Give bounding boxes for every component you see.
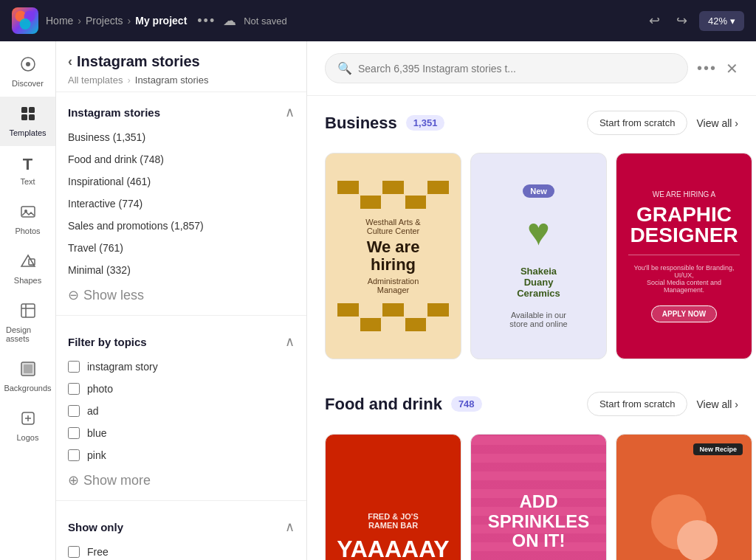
- show-only-free[interactable]: Free: [68, 541, 295, 560]
- nav-shapes[interactable]: Shapes: [0, 244, 55, 294]
- show-only-section-title: Show only: [68, 521, 123, 533]
- templates-label: Templates: [9, 128, 46, 137]
- svg-rect-5: [21, 107, 27, 113]
- zoom-level: 42%: [708, 15, 727, 27]
- breadcrumb-home[interactable]: Home: [46, 15, 73, 27]
- save-status: Not saved: [244, 15, 287, 27]
- backgrounds-label: Backgrounds: [4, 384, 51, 393]
- breadcrumb-current: My project: [135, 15, 187, 27]
- topic-photo-checkbox[interactable]: [68, 383, 80, 395]
- svg-rect-7: [21, 114, 27, 120]
- template-card-sprinkles[interactable]: ADDSPRINKLESON IT! THIS WEEKEND: BUY ONE…: [470, 434, 607, 560]
- category-travel[interactable]: Travel (761): [68, 237, 295, 259]
- categories-list: Business (1,351) Food and drink (748) In…: [56, 126, 306, 281]
- category-inspirational[interactable]: Inspirational (461): [68, 170, 295, 193]
- topic-instagram-story-checkbox[interactable]: [68, 361, 80, 373]
- category-interactive[interactable]: Interactive (774): [68, 193, 295, 215]
- business-view-all-button[interactable]: View all ›: [696, 117, 738, 129]
- breadcrumb-sub: All templates › Instagram stories: [68, 75, 295, 86]
- food-start-scratch-button[interactable]: Start from scratch: [587, 392, 688, 416]
- topics-list: instagram story photo ad blue pink: [56, 356, 306, 466]
- template-card-ceramics[interactable]: New ♥ ShakeiaDuanyCeramics Available in …: [470, 153, 607, 359]
- search-icon: 🔍: [337, 61, 352, 75]
- template-card-josh[interactable]: New Recipe Josh Will Cook: [616, 434, 752, 560]
- show-only-free-checkbox[interactable]: [68, 546, 80, 558]
- topic-blue-label: blue: [87, 427, 106, 439]
- search-box: 🔍: [325, 53, 688, 83]
- undo-button[interactable]: ↩: [645, 10, 664, 32]
- topic-pink-label: pink: [87, 449, 106, 461]
- template-card-designer[interactable]: WE ARE HIRING A GRAPHICDESIGNER You'll b…: [616, 153, 752, 359]
- shapes-label: Shapes: [14, 276, 41, 285]
- app-logo[interactable]: [12, 7, 38, 34]
- svg-rect-9: [21, 207, 35, 217]
- topbar: Home › Projects › My project ••• ☁ Not s…: [0, 0, 756, 41]
- category-minimal[interactable]: Minimal (332): [68, 259, 295, 281]
- topic-photo[interactable]: photo: [68, 378, 295, 400]
- nav-templates[interactable]: Templates: [0, 97, 55, 146]
- food-view-all-button[interactable]: View all ›: [696, 398, 738, 410]
- show-less-label: Show less: [83, 288, 144, 303]
- topic-ad-label: ad: [87, 405, 99, 417]
- show-less-button[interactable]: ⊖ Show less: [56, 281, 156, 309]
- category-food[interactable]: Food and drink (748): [68, 148, 295, 170]
- breadcrumb-sep1: ›: [78, 15, 81, 27]
- topic-pink-checkbox[interactable]: [68, 449, 80, 461]
- shapes-icon: [20, 253, 36, 273]
- breadcrumb-sub-current: Instagram stories: [135, 75, 209, 86]
- backgrounds-icon: [20, 361, 36, 381]
- nav-backgrounds[interactable]: Backgrounds: [0, 352, 55, 401]
- cloud-icon: ☁: [223, 13, 236, 29]
- breadcrumb-sep2: ›: [128, 15, 131, 27]
- nav-text[interactable]: T Text: [0, 146, 55, 195]
- svg-rect-8: [29, 114, 35, 120]
- categories-toggle-button[interactable]: ∧: [285, 104, 295, 120]
- topic-ad[interactable]: ad: [68, 400, 295, 422]
- back-link[interactable]: ‹ Instagram stories: [68, 53, 295, 70]
- business-count-badge: 1,351: [406, 115, 445, 131]
- business-template-grid: Westhall Arts &Culture Center We arehiri…: [307, 153, 756, 377]
- topics-section-header: Filter by topics ∧: [56, 322, 306, 356]
- text-label: Text: [20, 177, 35, 186]
- show-only-toggle-button[interactable]: ∧: [285, 519, 295, 535]
- business-section: Business 1,351 Start from scratch View a…: [307, 96, 756, 153]
- topic-blue-checkbox[interactable]: [68, 427, 80, 439]
- topic-instagram-story-label: instagram story: [87, 361, 158, 373]
- back-arrow-icon: ‹: [68, 54, 72, 69]
- sidebar-panel: ‹ Instagram stories All templates › Inst…: [56, 41, 307, 560]
- category-sales[interactable]: Sales and promotions (1,857): [68, 215, 295, 237]
- nav-logos[interactable]: Logos: [0, 401, 55, 451]
- topic-blue[interactable]: blue: [68, 422, 295, 444]
- nav-discover[interactable]: Discover: [0, 47, 55, 97]
- close-icon[interactable]: ✕: [726, 60, 738, 77]
- topic-photo-label: photo: [87, 383, 113, 395]
- business-start-scratch-button[interactable]: Start from scratch: [587, 111, 688, 135]
- logos-label: Logos: [17, 433, 39, 442]
- search-more-icon[interactable]: •••: [697, 60, 717, 77]
- nav-photos[interactable]: Photos: [0, 195, 55, 244]
- food-section-row: Food and drink 748 Start from scratch Vi…: [325, 392, 738, 416]
- more-options-icon[interactable]: •••: [197, 13, 216, 29]
- topic-instagram-story[interactable]: instagram story: [68, 356, 295, 378]
- business-section-row: Business 1,351 Start from scratch View a…: [325, 111, 738, 135]
- redo-button[interactable]: ↪: [672, 10, 692, 32]
- breadcrumb-all-link[interactable]: All templates: [68, 75, 123, 86]
- food-count-badge: 748: [451, 396, 482, 412]
- category-business[interactable]: Business (1,351): [68, 126, 295, 148]
- template-card-ramen[interactable]: FRED & JO'SRAMEN BAR YAAAAAY: [325, 434, 461, 560]
- topics-toggle-button[interactable]: ∧: [285, 333, 295, 350]
- sidebar-content: Instagram stories ∧ Business (1,351) Foo…: [56, 92, 306, 560]
- nav-design-assets[interactable]: Design assets: [0, 294, 55, 352]
- minus-circle-icon: ⊖: [68, 287, 79, 303]
- categories-section-title: Instagram stories: [68, 106, 160, 119]
- template-card-hiring[interactable]: Westhall Arts &Culture Center We arehiri…: [325, 153, 461, 359]
- breadcrumb-projects[interactable]: Projects: [86, 15, 123, 27]
- topic-ad-checkbox[interactable]: [68, 405, 80, 417]
- svg-point-4: [26, 62, 30, 66]
- discover-label: Discover: [12, 79, 44, 88]
- zoom-button[interactable]: 42% ▾: [699, 11, 744, 31]
- show-more-button[interactable]: ⊕ Show more: [56, 466, 162, 494]
- topic-pink[interactable]: pink: [68, 444, 295, 466]
- show-only-section-header: Show only ∧: [56, 507, 306, 541]
- search-input[interactable]: [358, 63, 676, 75]
